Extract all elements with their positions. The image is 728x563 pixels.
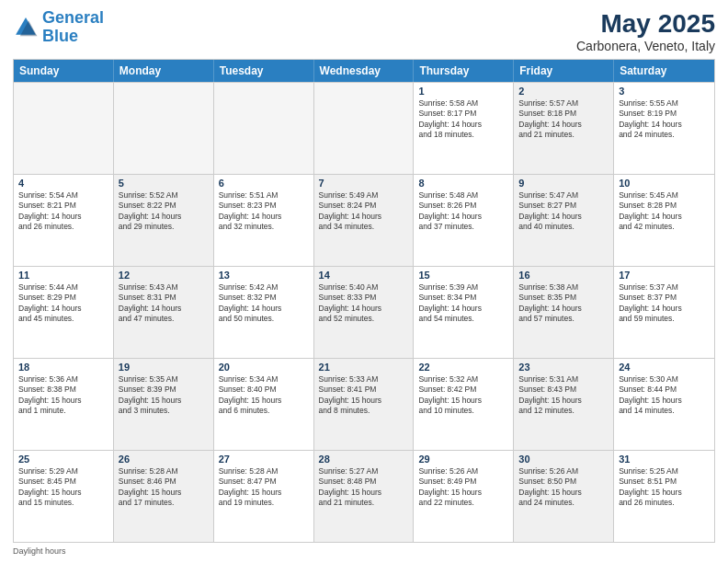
- day-number: 7: [319, 178, 409, 189]
- day-number: 21: [319, 362, 409, 373]
- calendar-cell: 21Sunrise: 5:33 AM Sunset: 8:41 PM Dayli…: [314, 359, 415, 450]
- day-info: Sunrise: 5:39 AM Sunset: 8:34 PM Dayligh…: [418, 282, 508, 325]
- calendar-cell: 31Sunrise: 5:25 AM Sunset: 8:51 PM Dayli…: [614, 451, 714, 542]
- day-info: Sunrise: 5:35 AM Sunset: 8:39 PM Dayligh…: [119, 374, 209, 417]
- day-info: Sunrise: 5:38 AM Sunset: 8:35 PM Dayligh…: [518, 282, 609, 325]
- day-number: 25: [18, 454, 108, 465]
- day-number: 30: [518, 454, 609, 465]
- calendar-body: 1Sunrise: 5:58 AM Sunset: 8:17 PM Daylig…: [14, 82, 714, 542]
- calendar-cell: [14, 83, 114, 174]
- calendar-cell: 8Sunrise: 5:48 AM Sunset: 8:26 PM Daylig…: [414, 175, 514, 266]
- day-info: Sunrise: 5:32 AM Sunset: 8:42 PM Dayligh…: [418, 374, 508, 417]
- day-number: 29: [418, 454, 508, 465]
- footer-text: Daylight hours: [13, 546, 66, 556]
- day-number: 10: [619, 178, 710, 189]
- day-info: Sunrise: 5:29 AM Sunset: 8:45 PM Dayligh…: [18, 466, 108, 509]
- calendar-cell: 13Sunrise: 5:42 AM Sunset: 8:32 PM Dayli…: [214, 267, 314, 358]
- day-number: 3: [619, 86, 710, 97]
- day-info: Sunrise: 5:57 AM Sunset: 8:18 PM Dayligh…: [518, 98, 609, 141]
- day-number: 23: [518, 362, 609, 373]
- day-info: Sunrise: 5:55 AM Sunset: 8:19 PM Dayligh…: [619, 98, 710, 141]
- day-info: Sunrise: 5:40 AM Sunset: 8:33 PM Dayligh…: [319, 282, 409, 325]
- day-info: Sunrise: 5:31 AM Sunset: 8:43 PM Dayligh…: [518, 374, 609, 417]
- calendar-cell: 27Sunrise: 5:28 AM Sunset: 8:47 PM Dayli…: [214, 451, 314, 542]
- logo: General Blue: [13, 9, 104, 46]
- day-info: Sunrise: 5:28 AM Sunset: 8:46 PM Dayligh…: [119, 466, 209, 509]
- calendar-cell: 5Sunrise: 5:52 AM Sunset: 8:22 PM Daylig…: [114, 175, 214, 266]
- calendar-row: 1Sunrise: 5:58 AM Sunset: 8:17 PM Daylig…: [14, 82, 714, 174]
- calendar-cell: 3Sunrise: 5:55 AM Sunset: 8:19 PM Daylig…: [614, 83, 714, 174]
- day-number: 9: [518, 178, 609, 189]
- calendar-cell: [114, 83, 214, 174]
- day-info: Sunrise: 5:54 AM Sunset: 8:21 PM Dayligh…: [18, 190, 108, 233]
- calendar-header-cell: Monday: [114, 60, 214, 82]
- day-number: 6: [219, 178, 309, 189]
- calendar-header-cell: Friday: [514, 60, 614, 82]
- calendar-header: SundayMondayTuesdayWednesdayThursdayFrid…: [14, 60, 714, 82]
- day-number: 15: [418, 270, 508, 281]
- day-info: Sunrise: 5:52 AM Sunset: 8:22 PM Dayligh…: [119, 190, 209, 233]
- calendar-cell: 2Sunrise: 5:57 AM Sunset: 8:18 PM Daylig…: [514, 83, 614, 174]
- day-number: 31: [619, 454, 710, 465]
- day-info: Sunrise: 5:33 AM Sunset: 8:41 PM Dayligh…: [319, 374, 409, 417]
- day-number: 1: [418, 86, 508, 97]
- day-number: 13: [219, 270, 309, 281]
- calendar-cell: 12Sunrise: 5:43 AM Sunset: 8:31 PM Dayli…: [114, 267, 214, 358]
- calendar-row: 11Sunrise: 5:44 AM Sunset: 8:29 PM Dayli…: [14, 266, 714, 358]
- day-number: 27: [219, 454, 309, 465]
- day-number: 26: [119, 454, 209, 465]
- logo-line2: Blue: [42, 27, 78, 45]
- calendar-cell: 10Sunrise: 5:45 AM Sunset: 8:28 PM Dayli…: [614, 175, 714, 266]
- calendar-cell: 1Sunrise: 5:58 AM Sunset: 8:17 PM Daylig…: [414, 83, 514, 174]
- calendar-cell: 29Sunrise: 5:26 AM Sunset: 8:49 PM Dayli…: [414, 451, 514, 542]
- day-info: Sunrise: 5:47 AM Sunset: 8:27 PM Dayligh…: [518, 190, 609, 233]
- day-info: Sunrise: 5:51 AM Sunset: 8:23 PM Dayligh…: [219, 190, 309, 233]
- calendar-cell: 17Sunrise: 5:37 AM Sunset: 8:37 PM Dayli…: [614, 267, 714, 358]
- day-info: Sunrise: 5:34 AM Sunset: 8:40 PM Dayligh…: [219, 374, 309, 417]
- day-info: Sunrise: 5:37 AM Sunset: 8:37 PM Dayligh…: [619, 282, 710, 325]
- calendar-cell: 14Sunrise: 5:40 AM Sunset: 8:33 PM Dayli…: [314, 267, 415, 358]
- calendar-cell: 25Sunrise: 5:29 AM Sunset: 8:45 PM Dayli…: [14, 451, 114, 542]
- calendar-cell: 18Sunrise: 5:36 AM Sunset: 8:38 PM Dayli…: [14, 359, 114, 450]
- calendar-cell: [314, 83, 415, 174]
- header: General Blue May 2025 Carbonera, Veneto,…: [13, 9, 715, 53]
- calendar-row: 4Sunrise: 5:54 AM Sunset: 8:21 PM Daylig…: [14, 174, 714, 266]
- calendar-row: 18Sunrise: 5:36 AM Sunset: 8:38 PM Dayli…: [14, 358, 714, 450]
- calendar-cell: 19Sunrise: 5:35 AM Sunset: 8:39 PM Dayli…: [114, 359, 214, 450]
- calendar-cell: 24Sunrise: 5:30 AM Sunset: 8:44 PM Dayli…: [614, 359, 714, 450]
- day-number: 11: [18, 270, 108, 281]
- calendar-cell: 11Sunrise: 5:44 AM Sunset: 8:29 PM Dayli…: [14, 267, 114, 358]
- logo-text: General Blue: [42, 9, 104, 46]
- day-number: 12: [119, 270, 209, 281]
- calendar-cell: 16Sunrise: 5:38 AM Sunset: 8:35 PM Dayli…: [514, 267, 614, 358]
- day-info: Sunrise: 5:44 AM Sunset: 8:29 PM Dayligh…: [18, 282, 108, 325]
- main-title: May 2025: [576, 9, 715, 39]
- calendar-cell: 30Sunrise: 5:26 AM Sunset: 8:50 PM Dayli…: [514, 451, 614, 542]
- day-info: Sunrise: 5:45 AM Sunset: 8:28 PM Dayligh…: [619, 190, 710, 233]
- calendar-header-cell: Thursday: [414, 60, 514, 82]
- day-info: Sunrise: 5:26 AM Sunset: 8:49 PM Dayligh…: [418, 466, 508, 509]
- calendar: SundayMondayTuesdayWednesdayThursdayFrid…: [13, 59, 715, 543]
- calendar-cell: [214, 83, 314, 174]
- calendar-cell: 9Sunrise: 5:47 AM Sunset: 8:27 PM Daylig…: [514, 175, 614, 266]
- day-info: Sunrise: 5:28 AM Sunset: 8:47 PM Dayligh…: [219, 466, 309, 509]
- day-number: 16: [518, 270, 609, 281]
- day-number: 8: [418, 178, 508, 189]
- day-number: 2: [518, 86, 609, 97]
- day-number: 18: [18, 362, 108, 373]
- day-number: 28: [319, 454, 409, 465]
- day-info: Sunrise: 5:30 AM Sunset: 8:44 PM Dayligh…: [619, 374, 710, 417]
- day-info: Sunrise: 5:25 AM Sunset: 8:51 PM Dayligh…: [619, 466, 710, 509]
- day-info: Sunrise: 5:49 AM Sunset: 8:24 PM Dayligh…: [319, 190, 409, 233]
- logo-icon: [13, 15, 39, 40]
- day-number: 20: [219, 362, 309, 373]
- calendar-cell: 20Sunrise: 5:34 AM Sunset: 8:40 PM Dayli…: [214, 359, 314, 450]
- day-info: Sunrise: 5:26 AM Sunset: 8:50 PM Dayligh…: [518, 466, 609, 509]
- footer: Daylight hours: [13, 546, 715, 556]
- calendar-cell: 15Sunrise: 5:39 AM Sunset: 8:34 PM Dayli…: [414, 267, 514, 358]
- calendar-header-cell: Saturday: [614, 60, 714, 82]
- day-info: Sunrise: 5:48 AM Sunset: 8:26 PM Dayligh…: [418, 190, 508, 233]
- calendar-cell: 26Sunrise: 5:28 AM Sunset: 8:46 PM Dayli…: [114, 451, 214, 542]
- day-info: Sunrise: 5:42 AM Sunset: 8:32 PM Dayligh…: [219, 282, 309, 325]
- calendar-cell: 28Sunrise: 5:27 AM Sunset: 8:48 PM Dayli…: [314, 451, 415, 542]
